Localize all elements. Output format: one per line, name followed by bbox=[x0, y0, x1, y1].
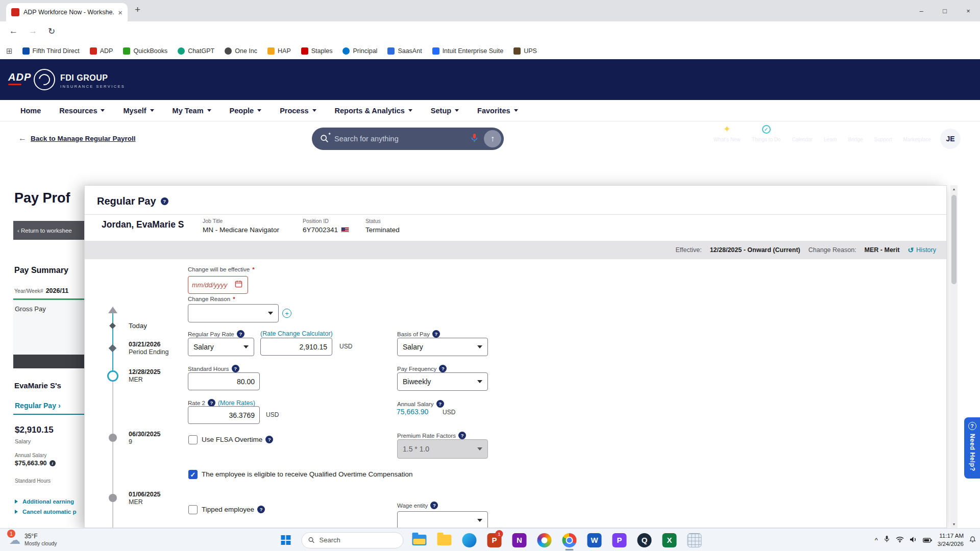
things-to-do-button[interactable]: ✓ Things to Do bbox=[752, 124, 781, 142]
bookmark-ups[interactable]: UPS bbox=[509, 46, 542, 56]
wifi-icon[interactable] bbox=[896, 536, 904, 545]
nav-reports-analytics[interactable]: Reports & Analytics bbox=[335, 107, 412, 115]
bookmark-chatgpt[interactable]: ChatGPT bbox=[173, 46, 219, 56]
effective-date-field[interactable] bbox=[188, 276, 248, 294]
timeline-date[interactable]: 01/06/2025 bbox=[129, 491, 161, 498]
nav-my-team[interactable]: My Team bbox=[173, 107, 211, 115]
close-button[interactable]: × bbox=[957, 0, 980, 21]
change-reason-select[interactable] bbox=[188, 304, 279, 322]
bookmark-intuit-enterprise-suite[interactable]: Intuit Enterprise Suite bbox=[428, 46, 508, 56]
info-icon[interactable]: i bbox=[50, 460, 56, 466]
nav-process[interactable]: Process bbox=[280, 107, 316, 115]
additional-earnings-link[interactable]: Additional earning bbox=[15, 498, 74, 505]
microphone-icon[interactable] bbox=[470, 133, 479, 145]
nav-myself[interactable]: Myself bbox=[123, 107, 154, 115]
help-icon[interactable]: ? bbox=[439, 365, 447, 372]
browser-tab[interactable]: ADP Workforce Now - Workshe... × bbox=[6, 3, 128, 21]
standard-hours-input[interactable] bbox=[188, 372, 260, 390]
nav-resources[interactable]: Resources bbox=[59, 107, 105, 115]
scroll-up-icon[interactable]: ▲ bbox=[950, 185, 958, 193]
forward-icon[interactable]: → bbox=[29, 26, 37, 36]
weather-widget[interactable]: 1 ☁ 35°F Mostly cloudy bbox=[5, 529, 57, 551]
reload-icon[interactable]: ↻ bbox=[48, 26, 55, 37]
user-avatar[interactable]: JE bbox=[940, 129, 961, 149]
taskbar-edge[interactable] bbox=[460, 529, 479, 551]
help-icon[interactable]: ? bbox=[458, 432, 466, 439]
taskbar-powerpoint[interactable]: 1 P bbox=[485, 529, 504, 551]
timeline-date[interactable]: 06/30/2025 bbox=[129, 431, 161, 438]
timeline-date[interactable]: 12/28/2025 bbox=[129, 368, 161, 375]
timeline-marker[interactable] bbox=[109, 434, 117, 442]
help-icon[interactable]: ? bbox=[237, 330, 244, 338]
new-tab-button[interactable]: + bbox=[135, 4, 140, 15]
start-button[interactable] bbox=[277, 529, 295, 551]
help-icon[interactable]: ? bbox=[265, 436, 273, 443]
taskbar-file-explorer[interactable] bbox=[410, 529, 429, 551]
page-scrollbar[interactable]: ▲ ▼ bbox=[950, 185, 958, 528]
rate2-input[interactable] bbox=[188, 406, 260, 424]
timeline-date[interactable]: 03/21/2026 bbox=[129, 341, 161, 348]
basis-of-pay-select[interactable]: Salary bbox=[397, 338, 488, 356]
more-rates-link[interactable]: (More Rates) bbox=[218, 399, 255, 407]
taskbar-quickbooks[interactable]: Q bbox=[635, 529, 654, 551]
scrollbar-thumb[interactable] bbox=[951, 195, 957, 284]
timeline-scroll-up-icon[interactable] bbox=[108, 302, 117, 313]
learn-button[interactable]: Learn bbox=[824, 124, 837, 142]
help-icon[interactable]: ? bbox=[161, 197, 168, 205]
pay-rate-type-select[interactable]: Salary bbox=[188, 338, 254, 356]
timeline-label-today[interactable]: Today bbox=[129, 322, 147, 330]
wage-entity-select[interactable] bbox=[397, 511, 488, 528]
bookmark-hap[interactable]: HAP bbox=[263, 46, 296, 56]
cancel-automatic-pay-link[interactable]: Cancel automatic p bbox=[15, 509, 76, 515]
volume-icon[interactable] bbox=[910, 536, 917, 545]
taskbar-search[interactable]: Search bbox=[302, 532, 404, 548]
add-change-reason-icon[interactable]: + bbox=[282, 309, 291, 318]
qualified-overtime-checkbox[interactable]: ✓ bbox=[188, 470, 198, 479]
search-submit-button[interactable]: ↑ bbox=[484, 130, 501, 147]
tipped-employee-checkbox[interactable] bbox=[188, 505, 198, 514]
bookmark-adp[interactable]: ADP bbox=[85, 46, 118, 56]
return-to-worksheet-link[interactable]: ‹ Return to workshee bbox=[13, 221, 84, 240]
notification-bell-icon[interactable] bbox=[969, 536, 976, 545]
bookmark-staples[interactable]: Staples bbox=[297, 46, 337, 56]
help-icon[interactable]: ? bbox=[432, 330, 440, 338]
pay-rate-input[interactable] bbox=[260, 338, 332, 356]
calendar-button[interactable]: Calendar bbox=[792, 124, 813, 142]
apps-grid-icon[interactable]: ⊞ bbox=[6, 46, 13, 56]
scroll-down-icon[interactable]: ▼ bbox=[950, 520, 958, 528]
bookmark-fifth-third-direct[interactable]: Fifth Third Direct bbox=[18, 46, 84, 56]
global-search-bar[interactable]: ✦ Search for anything ↑ bbox=[312, 128, 504, 150]
taskbar-photos[interactable] bbox=[535, 529, 554, 551]
nav-home[interactable]: Home bbox=[20, 107, 41, 115]
maximize-button[interactable]: □ bbox=[933, 0, 957, 21]
pay-frequency-select[interactable]: Biweekly bbox=[397, 372, 488, 391]
nav-setup[interactable]: Setup bbox=[431, 107, 459, 115]
bookmark-principal[interactable]: Principal bbox=[338, 46, 382, 56]
taskbar-excel[interactable]: X bbox=[660, 529, 679, 551]
microphone-icon[interactable] bbox=[884, 535, 890, 545]
timeline-marker-today[interactable] bbox=[109, 322, 116, 329]
calendar-icon[interactable] bbox=[235, 280, 242, 290]
back-to-manage-regular-payroll-link[interactable]: ← Back to Manage Regular Payroll bbox=[18, 134, 136, 143]
tab-close-icon[interactable]: × bbox=[118, 8, 122, 17]
regular-pay-tab[interactable]: Regular Pay › bbox=[13, 402, 84, 415]
support-button[interactable]: ? Support bbox=[874, 124, 892, 142]
taskbar-word[interactable]: W bbox=[585, 529, 604, 551]
taskbar-onenote[interactable]: N bbox=[510, 529, 529, 551]
bookmark-saasant[interactable]: SaasAnt bbox=[383, 46, 426, 56]
taskbar-spreadsheet[interactable] bbox=[685, 529, 704, 551]
bridge-button[interactable]: Bridge bbox=[848, 124, 863, 142]
timeline-marker[interactable] bbox=[109, 494, 117, 502]
battery-icon[interactable] bbox=[923, 536, 932, 545]
help-icon[interactable]: ? bbox=[436, 400, 444, 408]
help-icon[interactable]: ? bbox=[208, 399, 215, 407]
hidden-icons-chevron[interactable]: ^ bbox=[875, 536, 878, 544]
adp-logo[interactable]: ADP bbox=[8, 71, 31, 85]
taskbar-folder[interactable] bbox=[435, 529, 454, 551]
whats-new-button[interactable]: ✦ What's New bbox=[714, 124, 741, 142]
nav-people[interactable]: People bbox=[230, 107, 262, 115]
help-icon[interactable]: ? bbox=[430, 502, 438, 509]
need-help-button[interactable]: ? Need Help? bbox=[964, 417, 980, 479]
history-link[interactable]: ↺ History bbox=[908, 246, 936, 254]
taskbar-publisher[interactable]: P bbox=[610, 529, 629, 551]
